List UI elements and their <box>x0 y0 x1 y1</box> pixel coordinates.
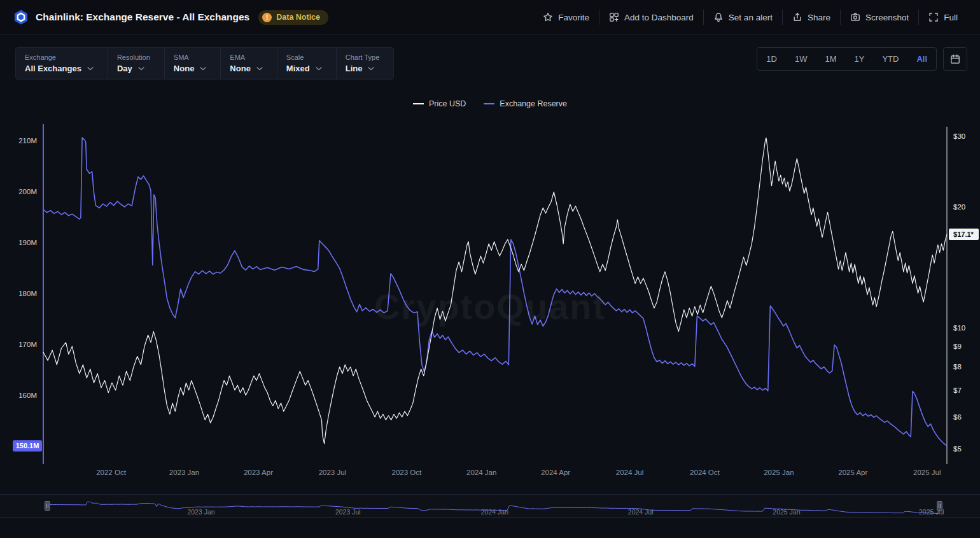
chevron-down-icon <box>368 67 374 71</box>
control-value: Mixed <box>286 64 322 73</box>
calendar-button[interactable] <box>943 47 967 71</box>
x-axis-tick: 2022 Oct <box>96 469 126 476</box>
legend-label: Exchange Reserve <box>500 99 567 108</box>
range-button-group: 1D1W1M1YYTDAll <box>757 47 937 71</box>
header-actions: FavoriteAdd to DashboardSet an alertShar… <box>533 10 967 25</box>
star-icon <box>543 12 553 22</box>
control-label: Resolution <box>117 53 150 61</box>
range-button-1m[interactable]: 1M <box>816 48 845 70</box>
header-action-full[interactable]: Full <box>918 10 967 25</box>
control-scale[interactable]: ScaleMixed <box>277 48 337 79</box>
range-button-all[interactable]: All <box>907 48 936 70</box>
x-axis-tick: 2023 Oct <box>392 469 422 476</box>
navigator-label: 2025 Jan <box>773 508 800 516</box>
chevron-down-icon <box>87 67 94 71</box>
navigator-label: 2024 Jul <box>628 508 654 516</box>
header-action-label: Set an alert <box>729 13 773 22</box>
camera-icon <box>850 12 860 22</box>
legend-swatch <box>484 103 494 104</box>
calendar-icon <box>950 54 960 64</box>
left-axis-tick: 210M <box>18 137 37 145</box>
control-label: EMA <box>230 53 263 61</box>
x-axis-tick: 2024 Jul <box>616 469 643 476</box>
navigator-left-handle[interactable] <box>45 501 50 511</box>
control-label: SMA <box>174 53 207 61</box>
control-value: Day <box>117 64 150 73</box>
header-action-screenshot[interactable]: Screenshot <box>840 10 918 25</box>
header-action-share[interactable]: Share <box>782 10 840 25</box>
x-axis-tick: 2024 Jan <box>466 469 496 476</box>
range-button-1w[interactable]: 1W <box>786 48 816 70</box>
data-notice-badge[interactable]: ! Data Notice <box>258 10 328 25</box>
warning-icon: ! <box>262 13 272 22</box>
legend-swatch <box>413 103 424 104</box>
control-value: None <box>230 64 263 73</box>
share-icon <box>792 12 802 22</box>
header-action-set-an-alert[interactable]: Set an alert <box>703 10 782 25</box>
left-axis-tick: 200M <box>18 188 37 195</box>
left-axis-tick: 160M <box>18 392 37 399</box>
header-action-label: Screenshot <box>865 13 909 22</box>
navigator-svg[interactable]: 2023 Jan2023 Jul2024 Jan2024 Jul2025 Jan… <box>0 495 980 518</box>
control-sma[interactable]: SMANone <box>165 48 221 79</box>
bell-icon <box>713 12 724 22</box>
right-axis-tick: $7 <box>953 386 962 394</box>
main-chart-svg[interactable]: 210M200M190M180M170M160M$30$20$10$9$8$7$… <box>0 115 980 481</box>
chart-controls: ExchangeAll ExchangesResolutionDaySMANon… <box>15 47 394 80</box>
navigator-label: 2023 Jul <box>335 508 361 516</box>
control-label: Scale <box>286 53 322 61</box>
range-button-1d[interactable]: 1D <box>757 48 786 70</box>
range-button-1y[interactable]: 1Y <box>845 48 873 70</box>
x-axis-tick: 2025 Jul <box>913 469 941 476</box>
series-exchange-reserve <box>43 138 947 446</box>
control-ema[interactable]: EMANone <box>221 48 277 79</box>
header-action-label: Favorite <box>558 13 589 22</box>
control-resolution[interactable]: ResolutionDay <box>108 48 165 79</box>
x-axis-tick: 2025 Apr <box>838 469 867 476</box>
page-title: Chainlink: Exchange Reserve - All Exchan… <box>36 11 249 23</box>
chevron-down-icon <box>138 67 144 71</box>
chevron-down-icon <box>256 67 263 71</box>
chevron-down-icon <box>316 67 322 71</box>
right-axis-tick: $9 <box>953 343 962 350</box>
reserve-current-label: 150.1M <box>16 442 39 450</box>
control-label: Chart Type <box>346 53 380 61</box>
control-chart-type[interactable]: Chart TypeLine <box>337 48 394 79</box>
app-window: Chainlink: Exchange Reserve - All Exchan… <box>0 0 980 538</box>
header: Chainlink: Exchange Reserve - All Exchan… <box>0 0 980 35</box>
x-axis-tick: 2023 Jan <box>169 469 199 476</box>
header-action-add-to-dashboard[interactable]: Add to Dashboard <box>599 10 703 25</box>
chainlink-logo-icon <box>13 9 29 25</box>
data-notice-label: Data Notice <box>276 13 320 22</box>
left-axis-tick: 190M <box>18 239 37 246</box>
chevron-down-icon <box>200 67 206 71</box>
left-axis-tick: 170M <box>18 341 37 348</box>
right-axis-tick: $5 <box>953 445 962 453</box>
right-axis-tick: $20 <box>953 203 965 211</box>
x-axis-tick: 2023 Jul <box>319 469 346 476</box>
navigator-label: 2023 Jan <box>187 508 214 516</box>
right-axis-tick: $30 <box>953 132 965 140</box>
dashboard-add-icon <box>609 12 619 22</box>
control-value: Line <box>346 64 380 73</box>
navigator-right-handle[interactable] <box>937 501 942 511</box>
control-exchange[interactable]: ExchangeAll Exchanges <box>16 48 108 79</box>
control-label: Exchange <box>25 53 94 61</box>
chart-legend: Price USDExchange Reserve <box>0 99 980 109</box>
x-axis-tick: 2024 Oct <box>690 469 720 476</box>
navigator-label: 2024 Jan <box>481 508 508 516</box>
chart-area: 210M200M190M180M170M160M$30$20$10$9$8$7$… <box>0 115 980 481</box>
navigator: 2023 Jan2023 Jul2024 Jan2024 Jul2025 Jan… <box>0 494 980 518</box>
legend-item-exchange-reserve[interactable]: Exchange Reserve <box>484 99 567 108</box>
fullscreen-icon <box>928 12 939 22</box>
header-action-favorite[interactable]: Favorite <box>533 10 599 25</box>
legend-item-price-usd[interactable]: Price USD <box>413 99 466 108</box>
header-action-label: Add to Dashboard <box>624 13 694 22</box>
x-axis-tick: 2023 Apr <box>244 469 273 476</box>
range-button-ytd[interactable]: YTD <box>873 48 907 70</box>
right-axis-tick: $6 <box>953 413 962 421</box>
right-axis-tick: $10 <box>953 324 965 332</box>
right-axis-tick: $8 <box>953 363 962 371</box>
header-action-label: Share <box>808 13 830 22</box>
left-axis-tick: 180M <box>18 290 37 297</box>
